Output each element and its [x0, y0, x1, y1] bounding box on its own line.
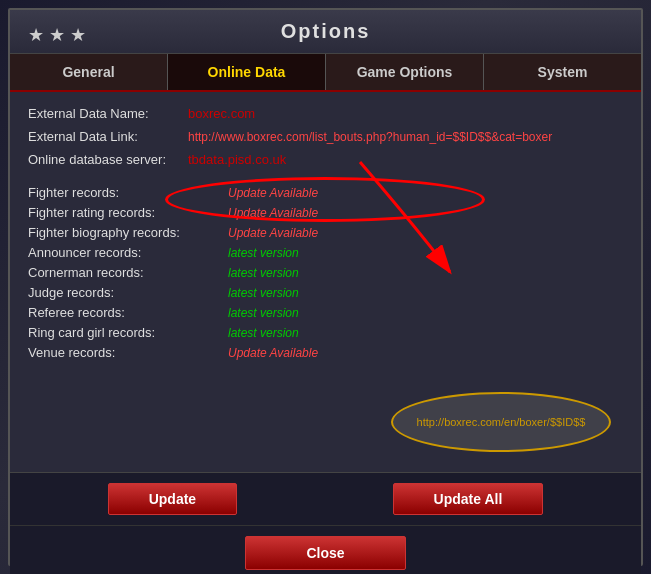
record-row-2: Fighter biography records:Update Availab… [28, 225, 623, 240]
record-value-7: latest version [228, 326, 299, 340]
record-row-6: Referee records:latest version [28, 305, 623, 320]
bottom-buttons: Update Update All [10, 472, 641, 525]
external-data-link-value: http://www.boxrec.com/list_bouts.php?hum… [188, 130, 552, 144]
record-value-4: latest version [228, 266, 299, 280]
record-row-8: Venue records:Update Available [28, 345, 623, 360]
main-window: ★ ★ ★ Options General Online Data Game O… [8, 8, 643, 566]
external-data-name-value: boxrec.com [188, 106, 255, 121]
tab-system[interactable]: System [484, 54, 641, 90]
record-row-7: Ring card girl records:latest version [28, 325, 623, 340]
window-title: Options [281, 20, 371, 43]
record-value-1: Update Available [228, 206, 318, 220]
record-label-8: Venue records: [28, 345, 228, 360]
close-button[interactable]: Close [245, 536, 405, 570]
record-row-5: Judge records:latest version [28, 285, 623, 300]
records-list: Fighter records:Update AvailableFighter … [28, 185, 623, 360]
external-data-name-row: External Data Name: boxrec.com [28, 106, 623, 121]
tab-game-options[interactable]: Game Options [326, 54, 484, 90]
record-value-0: Update Available [228, 186, 318, 200]
tab-bar: General Online Data Game Options System [10, 54, 641, 92]
record-value-2: Update Available [228, 226, 318, 240]
footer: Close [10, 525, 641, 574]
record-label-2: Fighter biography records: [28, 225, 228, 240]
stars-decoration: ★ ★ ★ [28, 24, 86, 46]
record-value-5: latest version [228, 286, 299, 300]
annotation-oval: http://boxrec.com/en/boxer/$$ID$$ [391, 392, 611, 452]
record-row-0: Fighter records:Update Available [28, 185, 623, 200]
record-row-1: Fighter rating records:Update Available [28, 205, 623, 220]
external-data-link-label: External Data Link: [28, 129, 188, 144]
spacer [28, 175, 623, 185]
online-db-server-row: Online database server: tbdata.pisd.co.u… [28, 152, 623, 167]
update-button[interactable]: Update [108, 483, 237, 515]
record-label-6: Referee records: [28, 305, 228, 320]
record-value-3: latest version [228, 246, 299, 260]
record-label-7: Ring card girl records: [28, 325, 228, 340]
record-value-8: Update Available [228, 346, 318, 360]
record-label-3: Announcer records: [28, 245, 228, 260]
record-row-3: Announcer records:latest version [28, 245, 623, 260]
external-data-link-row: External Data Link: http://www.boxrec.co… [28, 129, 623, 144]
record-label-5: Judge records: [28, 285, 228, 300]
record-label-4: Cornerman records: [28, 265, 228, 280]
record-value-6: latest version [228, 306, 299, 320]
record-label-1: Fighter rating records: [28, 205, 228, 220]
annotation-oval-text: http://boxrec.com/en/boxer/$$ID$$ [409, 412, 594, 432]
tab-general[interactable]: General [10, 54, 168, 90]
record-row-4: Cornerman records:latest version [28, 265, 623, 280]
title-bar: ★ ★ ★ Options [10, 10, 641, 54]
tab-online-data[interactable]: Online Data [168, 54, 326, 90]
update-all-button[interactable]: Update All [393, 483, 544, 515]
content-area: External Data Name: boxrec.com External … [10, 92, 641, 472]
online-db-server-value: tbdata.pisd.co.uk [188, 152, 286, 167]
external-data-name-label: External Data Name: [28, 106, 188, 121]
record-label-0: Fighter records: [28, 185, 228, 200]
online-db-server-label: Online database server: [28, 152, 188, 167]
